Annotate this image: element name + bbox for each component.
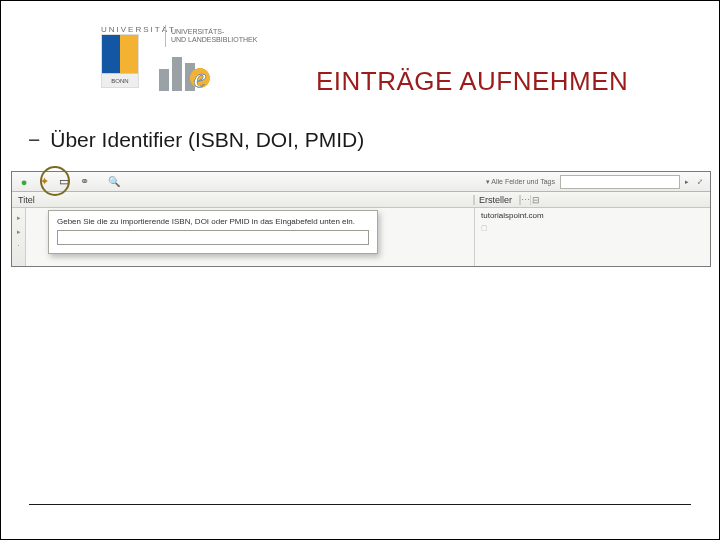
item-details: tutorialspoint.com ▢: [474, 208, 710, 266]
chevron-icon: ▸: [17, 228, 21, 236]
slide: UNIVERSITÄT BONN UNIVERSITÄTS-UND LANDES…: [0, 0, 720, 540]
add-by-identifier-button[interactable]: ✦: [36, 174, 52, 190]
link-button[interactable]: ⚭: [76, 174, 92, 190]
bullet-dash: −: [28, 128, 40, 151]
item-list[interactable]: Geben Sie die zu importierende ISBN, DOI…: [26, 208, 474, 266]
uni-name: BONN: [102, 73, 138, 87]
column-headers: Titel Ersteller ⋯ ⊟: [12, 192, 710, 208]
ulb-label: UNIVERSITÄTS-UND LANDESBIBLIOTHEK: [165, 25, 257, 47]
search-go-button[interactable]: ▸: [682, 178, 692, 186]
ulb-e-icon: e: [185, 63, 215, 93]
creator-value: tutorialspoint.com: [481, 211, 704, 220]
search-area: ▾ Alle Felder und Tags ▸ ⤢: [483, 175, 706, 189]
app-screenshot: ● ✦ ▭ ⚭ 🔍 ▾ Alle Felder und Tags ▸ ⤢ Tit…: [11, 171, 711, 267]
chevron-icon: ▸: [17, 214, 21, 222]
identifier-input[interactable]: [57, 230, 369, 245]
attach-button[interactable]: ▭: [56, 174, 72, 190]
col-ersteller[interactable]: Ersteller: [474, 195, 520, 205]
ulb-logo: UNIVERSITÄTS-UND LANDESBIBLIOTHEK e: [159, 25, 257, 91]
col-menu[interactable]: ⊟: [530, 195, 540, 205]
content-row: ▸ ▸ · Geben Sie die zu importierende ISB…: [12, 208, 710, 266]
placeholder-icon: ▢: [481, 224, 704, 232]
lookup-button[interactable]: 🔍: [106, 174, 122, 190]
header: UNIVERSITÄT BONN UNIVERSITÄTS-UND LANDES…: [1, 1, 719, 101]
toolbar: ● ✦ ▭ ⚭ 🔍 ▾ Alle Felder und Tags ▸ ⤢: [12, 172, 710, 192]
bullet-text: Über Identifier (ISBN, DOI, PMID): [50, 128, 364, 151]
footer-rule: [29, 504, 691, 505]
search-input[interactable]: [560, 175, 680, 189]
search-expand-button[interactable]: ⤢: [694, 178, 706, 186]
identifier-popover: Geben Sie die zu importierende ISBN, DOI…: [48, 210, 378, 254]
right-pane-header: Ersteller ⋯ ⊟: [474, 195, 710, 205]
col-extra[interactable]: ⋯: [520, 195, 530, 205]
bullet-line: −Über Identifier (ISBN, DOI, PMID): [26, 128, 364, 152]
page-title: EINTRÄGE AUFNEHMEN: [316, 66, 628, 97]
search-scope-dropdown[interactable]: ▾ Alle Felder und Tags: [483, 178, 558, 186]
new-item-button[interactable]: ●: [16, 174, 32, 190]
ulb-mark-icon: e: [159, 51, 211, 91]
popover-message: Geben Sie die zu importierende ISBN, DOI…: [57, 217, 369, 226]
left-gutter: ▸ ▸ ·: [12, 208, 26, 266]
bonn-mark-icon: BONN: [101, 34, 139, 88]
col-title[interactable]: Titel: [12, 195, 474, 205]
dot-icon: ·: [18, 242, 20, 249]
